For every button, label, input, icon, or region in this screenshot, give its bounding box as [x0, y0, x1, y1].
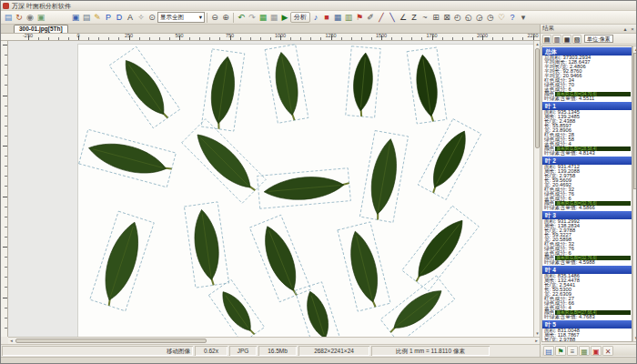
more-dropdown-icon[interactable]: ▾ — [518, 12, 529, 24]
clock2-icon[interactable]: ◵ — [463, 12, 474, 24]
results-scroll-up-icon[interactable]: ▴ — [633, 46, 637, 53]
table-icon[interactable]: ▦ — [332, 12, 343, 24]
clock3-icon[interactable]: ◶ — [474, 12, 485, 24]
save-icon[interactable]: ▣ — [70, 12, 81, 24]
clock4-icon[interactable]: ◷ — [485, 12, 496, 24]
zoom-out-icon[interactable]: ⊖ — [209, 12, 220, 24]
section-header[interactable]: 叶 2 — [542, 157, 632, 165]
panel-save-icon[interactable]: ▤ — [542, 35, 551, 44]
image-canvas[interactable] — [8, 41, 533, 337]
pen-icon[interactable]: ✐ — [365, 12, 376, 24]
export-stop-icon[interactable]: ▣ — [591, 346, 602, 356]
favorite-icon[interactable]: ♡ — [496, 12, 507, 24]
ruler-tick — [88, 37, 89, 40]
analyze-button[interactable]: 分析 — [290, 12, 310, 23]
leaf-object[interactable] — [182, 119, 267, 204]
export-table-icon[interactable]: ▦ — [579, 346, 590, 356]
view-mode-combo[interactable]: 显示全图▾ — [157, 12, 205, 23]
chlorophyll-row: 叶绿素含量值: 4.7683 — [542, 315, 632, 319]
print-icon[interactable]: ▤ — [81, 12, 92, 24]
text-a-icon[interactable]: A — [125, 12, 136, 24]
leaf-object[interactable] — [90, 211, 155, 311]
new-doc-icon[interactable]: ▤ — [3, 12, 14, 24]
document-tab-bar: 300-01.jpg[5Th] — [1, 25, 540, 34]
redo-icon[interactable]: ↷ — [247, 12, 258, 24]
zigzag-icon[interactable]: Z — [409, 12, 420, 24]
leaf-object[interactable] — [208, 279, 264, 337]
green-layer-icon[interactable]: ▦ — [258, 12, 268, 24]
ruler-tick — [5, 85, 7, 86]
line-icon[interactable]: ╲ — [387, 12, 398, 24]
panel-close-icon[interactable]: × — [629, 26, 636, 32]
frame-icon[interactable]: ⊠ — [441, 12, 452, 24]
leaf-object[interactable] — [258, 168, 351, 209]
scroll-right-icon[interactable]: ▸ — [533, 338, 540, 344]
ruler-tick — [38, 37, 39, 40]
scanner-icon[interactable]: ▣ — [35, 12, 46, 24]
refresh-icon[interactable]: ↻ — [14, 12, 25, 24]
leaf-object[interactable] — [346, 46, 381, 117]
layout-icon[interactable]: ▥ — [343, 12, 354, 24]
ruler-tick — [472, 37, 473, 40]
camera-icon[interactable]: ◉ — [25, 12, 35, 24]
zoom-tool-icon[interactable]: ⊙ — [147, 12, 157, 24]
horizontal-scrollbar[interactable]: ◂ ▸ — [8, 337, 540, 344]
export-list-icon[interactable]: ≡ — [567, 346, 578, 356]
play-icon[interactable]: ▶ — [279, 12, 290, 24]
ruler-tick — [290, 37, 291, 40]
leaf-object[interactable] — [295, 282, 340, 337]
section-header[interactable]: 叶 1 — [542, 102, 632, 110]
leaf-object[interactable] — [109, 46, 180, 127]
param-p-icon[interactable]: P — [103, 12, 114, 24]
section-header[interactable]: 叶 5 — [542, 320, 632, 329]
leaf-object[interactable] — [402, 206, 480, 291]
clock1-icon[interactable]: ◴ — [452, 12, 463, 24]
flag-icon[interactable]: ⚑ — [354, 12, 365, 24]
panel-pin-icon[interactable]: ▴ — [622, 25, 629, 32]
angle-icon[interactable]: ∠ — [398, 12, 409, 24]
leaf-object[interactable] — [338, 222, 390, 311]
unit-selector[interactable]: 单位:像素 — [584, 35, 613, 43]
leaf-object[interactable] — [359, 131, 408, 223]
horizontal-ruler: -2500250500750100012501500175020002250 — [1, 34, 540, 41]
export-save-icon[interactable]: ▤ — [543, 346, 554, 356]
ruler-line-icon[interactable]: ╱ — [376, 12, 387, 24]
image-tab[interactable]: 300-01.jpg[5Th] — [14, 25, 68, 33]
results-scrollbar[interactable]: ▴ ▾ — [632, 46, 637, 342]
leaf-object[interactable] — [418, 119, 480, 200]
ruler-tick — [5, 318, 7, 318]
panel-export-icon[interactable]: ▥ — [552, 35, 561, 44]
leaf-object[interactable] — [380, 276, 455, 337]
help-icon[interactable]: ? — [507, 12, 518, 24]
undo-icon[interactable]: ↶ — [236, 12, 247, 24]
scroll-left-icon[interactable]: ◂ — [8, 338, 15, 344]
section-header[interactable]: 总体 — [542, 47, 632, 56]
leaf-object[interactable] — [249, 215, 310, 301]
export-close-icon[interactable]: ✕ — [602, 346, 613, 356]
panel-copy-icon[interactable]: ▧ — [572, 35, 581, 44]
leaf-object[interactable] — [407, 47, 447, 124]
gray-layer-icon[interactable]: ▦ — [268, 12, 279, 24]
leaf-object[interactable] — [184, 202, 228, 288]
export-flag-icon[interactable]: ⚑ — [555, 346, 566, 356]
zoom-in-icon[interactable]: ⊕ — [220, 12, 231, 24]
leaf-object[interactable] — [79, 129, 177, 187]
section-header[interactable]: 叶 4 — [542, 266, 632, 274]
stop-icon[interactable]: ■ — [321, 12, 332, 24]
leaf-object[interactable] — [201, 49, 245, 131]
curve-icon[interactable]: ~ — [420, 12, 430, 24]
grid-icon[interactable]: ⊞ — [430, 12, 441, 24]
param-d-icon[interactable]: D — [114, 12, 125, 24]
results-scroll-down-icon[interactable]: ▾ — [633, 335, 637, 341]
leaf-object[interactable] — [265, 45, 308, 124]
panel-table-icon[interactable]: ▦ — [562, 35, 571, 44]
magic-wand-icon[interactable]: ✧ — [136, 12, 147, 24]
chlorophyll-row: 叶绿素含量值: 4.5866 — [542, 206, 632, 210]
section-header[interactable]: 叶 3 — [542, 211, 632, 219]
results-scroll-thumb[interactable] — [633, 53, 637, 189]
horizontal-scroll-thumb[interactable] — [15, 339, 207, 343]
ruler-tick — [5, 75, 7, 76]
edit-pencil-icon[interactable]: ✎ — [92, 12, 103, 24]
vertical-scrollbar[interactable]: ▴ ▾ — [533, 41, 540, 337]
music-note-icon[interactable]: ♪ — [310, 12, 321, 24]
